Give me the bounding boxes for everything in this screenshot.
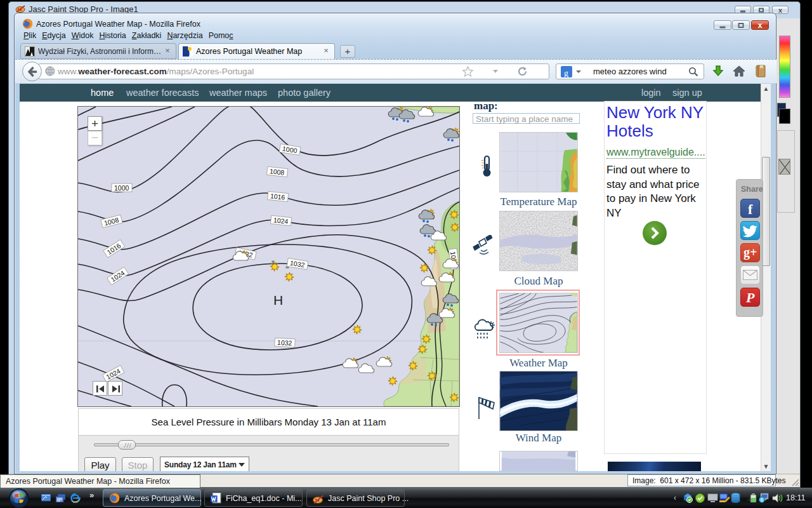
svg-text:1000: 1000 (114, 184, 129, 192)
svg-text:1008: 1008 (269, 167, 285, 176)
svg-text:H: H (273, 293, 283, 307)
svg-text:1016: 1016 (270, 192, 285, 201)
svg-text:1032: 1032 (277, 338, 292, 347)
svg-text:1024: 1024 (273, 216, 289, 225)
